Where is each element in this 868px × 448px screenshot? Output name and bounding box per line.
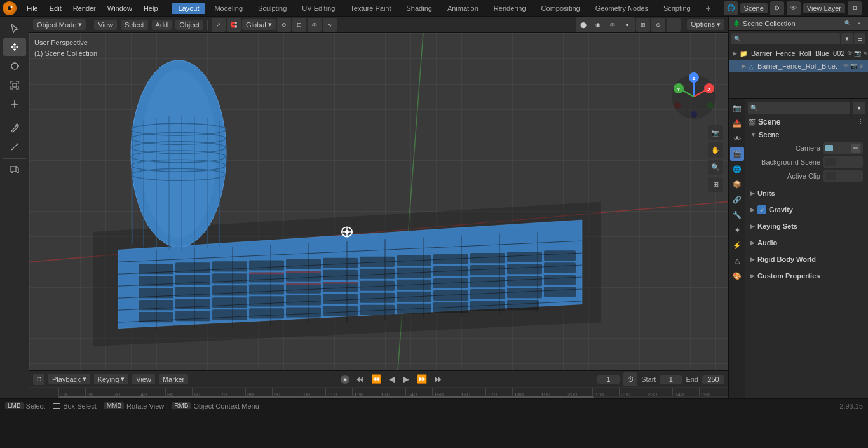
camera-value[interactable]: ✏	[823, 142, 863, 154]
prop-icon-material[interactable]: 🎨	[730, 269, 744, 283]
select-menu[interactable]: Select	[121, 20, 148, 30]
render-view-icon[interactable]: ◎	[606, 18, 620, 32]
gravity-section-header[interactable]: ▶ ✓ Gravity	[748, 203, 865, 216]
timeline-scrollbar-thumb[interactable]	[58, 396, 594, 398]
prop-icon-physics[interactable]: ⚡	[730, 238, 744, 252]
view-layer-icon[interactable]: 👁	[787, 1, 801, 15]
viewport-options-icon[interactable]: ⋮	[667, 18, 681, 32]
outliner-item-mesh[interactable]: ▶ △ Barrier_Fence_Roll_Blue. 👁 📷 🖱	[729, 60, 868, 72]
outliner-item-collection[interactable]: ▶ 📁 Barrier_Fence_Roll_Blue_002 👁 📷 🖱	[729, 47, 868, 60]
render-visibility-icon[interactable]: 📷	[854, 50, 861, 57]
tab-shading[interactable]: Shading	[400, 3, 438, 14]
viewport-hand-icon[interactable]: ✋	[708, 142, 723, 158]
camera-edit-icon[interactable]: ✏	[851, 144, 860, 153]
tool-measure[interactable]	[3, 138, 26, 156]
bg-scene-value[interactable]	[823, 156, 863, 168]
prop-icon-particles[interactable]: ✦	[730, 223, 744, 237]
options-button[interactable]: Options ▾	[687, 19, 724, 30]
tool-cursor[interactable]	[3, 19, 26, 37]
mesh-render-icon[interactable]: 📷	[850, 63, 857, 69]
tab-layout[interactable]: Layout	[172, 3, 205, 14]
view-menu-timeline[interactable]: View	[132, 374, 155, 384]
rigid-body-section-header[interactable]: ▶ Rigid Body World	[748, 253, 865, 266]
object-menu[interactable]: Object	[175, 20, 203, 30]
prop-icon-modifier[interactable]: 🔧	[730, 208, 744, 222]
tool-transform[interactable]	[3, 95, 26, 113]
prop-search-input[interactable]: 🔍	[748, 102, 850, 114]
solid-view-icon[interactable]: ⬤	[576, 18, 590, 32]
reverse-play-button[interactable]: ◀	[387, 373, 397, 385]
next-frame-button[interactable]: ⏩	[415, 373, 429, 385]
marker-menu[interactable]: Marker	[159, 374, 188, 384]
object-mode-select[interactable]: Object Mode ▾	[33, 19, 86, 30]
viewport-zoom-icon[interactable]: 🔍	[708, 160, 723, 175]
tool-annotate[interactable]	[3, 119, 26, 137]
outliner-sort-icon[interactable]: ▼	[841, 33, 853, 44]
tab-scripting[interactable]: Scripting	[657, 3, 697, 14]
gravity-checkbox[interactable]: ✓	[757, 205, 766, 214]
play-button[interactable]: ▶	[401, 373, 411, 385]
view-layer-settings-icon[interactable]: ⚙	[848, 1, 862, 15]
transform-global[interactable]: Global▾	[242, 19, 276, 30]
snapping-icon[interactable]: ⊡	[292, 18, 306, 32]
outliner-new-icon[interactable]: +	[854, 18, 864, 29]
add-workspace-button[interactable]: +	[702, 2, 715, 15]
gizmo-icon[interactable]: ⊕	[651, 18, 665, 32]
add-menu[interactable]: Add	[152, 20, 172, 30]
scene-section-header[interactable]: ▼ Scene	[748, 128, 865, 141]
prop-icon-constraint[interactable]: 🔗	[730, 193, 744, 207]
overlay-icon[interactable]: ⊞	[636, 18, 650, 32]
playback-menu[interactable]: Playback▾	[48, 374, 90, 384]
menu-render[interactable]: Render	[68, 3, 101, 13]
mesh-visibility-icon[interactable]: 👁	[843, 63, 849, 69]
prev-frame-button[interactable]: ⏪	[369, 373, 383, 385]
tool-scale[interactable]	[3, 76, 26, 94]
graph-icon[interactable]: ∿	[323, 18, 337, 32]
jump-start-button[interactable]: ⏮	[353, 373, 365, 385]
audio-section-header[interactable]: ▶ Audio	[748, 236, 865, 249]
menu-edit[interactable]: Edit	[44, 3, 67, 13]
tab-uv-editing[interactable]: UV Editing	[295, 3, 341, 14]
orientation-gizmo[interactable]: Z X Y	[668, 71, 719, 122]
outliner-search[interactable]: 🔍	[731, 33, 840, 44]
current-frame-display[interactable]: 1	[597, 375, 620, 384]
pivot-icon[interactable]: ⊙	[277, 18, 291, 32]
prop-icon-render[interactable]: 📷	[730, 101, 744, 115]
visibility-icon[interactable]: 👁	[847, 50, 853, 57]
mesh-select-icon[interactable]: 🖱	[858, 63, 864, 69]
start-frame-input[interactable]: 1	[660, 375, 682, 384]
viewport-camera-icon[interactable]: 📷	[708, 125, 723, 140]
tool-add-cube[interactable]	[3, 161, 26, 179]
tab-rendering[interactable]: Rendering	[487, 3, 532, 14]
outliner-filter2-icon[interactable]: ☰	[854, 33, 865, 44]
menu-help[interactable]: Help	[139, 3, 163, 13]
tab-geometry-nodes[interactable]: Geometry Nodes	[589, 3, 654, 14]
prop-icon-scene[interactable]: 🎬	[730, 147, 744, 161]
scene-options-icon[interactable]: ⋮	[855, 117, 865, 127]
material-view-icon[interactable]: ◉	[591, 18, 605, 32]
scene-name[interactable]: Scene	[740, 3, 768, 13]
active-clip-value[interactable]	[823, 170, 863, 182]
outliner-filter-icon[interactable]: 🔍	[843, 18, 853, 29]
bg-scene-icon[interactable]	[825, 158, 836, 166]
select-enable-icon[interactable]: 🖱	[862, 50, 868, 57]
view-menu[interactable]: View	[94, 20, 117, 30]
record-button[interactable]: ●	[341, 375, 349, 384]
frame-clock-icon[interactable]: ⏱	[623, 372, 637, 386]
scene-settings-icon[interactable]: ⚙	[770, 1, 784, 15]
prop-filter-icon[interactable]: ▼	[853, 102, 865, 114]
3d-viewport[interactable]: User Perspective (1) Scene Collection Z …	[29, 33, 728, 370]
custom-props-header[interactable]: ▶ Custom Properties	[748, 269, 865, 282]
snap-icon[interactable]: 🧲	[227, 18, 241, 32]
end-frame-input[interactable]: 250	[702, 375, 724, 384]
timeline-ruler[interactable]: 10 20 30 40 50 60 70 80 90 100 110 120 1…	[29, 387, 728, 398]
viewport-grid-icon[interactable]: ⊞	[708, 177, 723, 192]
active-clip-icon[interactable]	[825, 172, 836, 180]
menu-window[interactable]: Window	[102, 3, 137, 13]
select-icon[interactable]: ↗	[212, 18, 226, 32]
prop-icon-data[interactable]: △	[730, 254, 744, 268]
jump-end-button[interactable]: ⏭	[433, 373, 445, 385]
tab-animation[interactable]: Animation	[441, 3, 485, 14]
prop-icon-output[interactable]: 📤	[730, 116, 744, 130]
prop-icon-world[interactable]: 🌐	[730, 162, 744, 176]
